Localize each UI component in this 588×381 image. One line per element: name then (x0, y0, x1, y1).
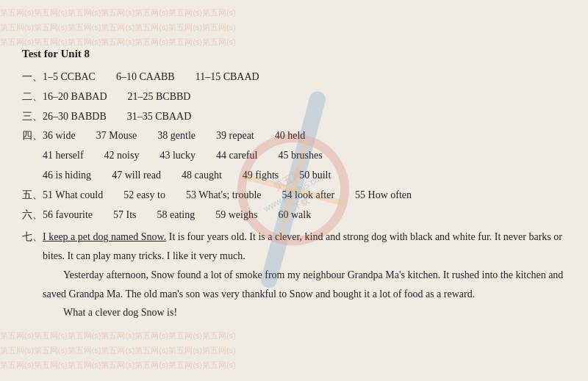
answer-group: 40 held (275, 126, 306, 145)
page-title: Test for Unit 8 (22, 44, 566, 65)
answer-group: 50 built (299, 166, 331, 185)
content-area: Test for Unit 8 一、 1–5 CCBAC 6–10 CAABB … (0, 0, 588, 338)
answer-group: 45 brushes (278, 146, 322, 165)
answer-group: 43 lucky (159, 146, 196, 165)
answer-group: 51 What could (43, 186, 103, 205)
label-qi: 七、 (22, 228, 43, 247)
section-liu: 六、 56 favourite 57 Its 58 eating 59 weig… (22, 206, 566, 225)
section-qi: 七、 I keep a pet dog named Snow. It is fo… (22, 228, 566, 322)
answer-group: 56 favourite (43, 206, 93, 225)
answers-san: 26–30 BABDB 31–35 CBAAD (43, 107, 566, 126)
label-si: 四、 (22, 126, 43, 145)
section-si: 四、 36 wide 37 Mouse 38 gentle 39 repeat … (22, 126, 566, 185)
answers-yi: 1–5 CCBAC 6–10 CAABB 11–15 CBAAD (43, 68, 566, 87)
answer-group: 39 repeat (216, 126, 254, 145)
answer-group: 21–25 BCBBD (128, 87, 191, 106)
label-wu: 五、 (22, 186, 43, 205)
section-san: 三、 26–30 BABDB 31–35 CBAAD (22, 107, 566, 126)
underline-text: I keep a pet dog named Snow. (43, 231, 166, 242)
answers-si-1: 36 wide 37 Mouse 38 gentle 39 repeat 40 … (43, 126, 566, 145)
label-liu: 六、 (22, 206, 43, 225)
answer-group: 1–5 CCBAC (43, 68, 96, 87)
section-wu: 五、 51 What could 52 easy to 53 What's; t… (22, 186, 566, 205)
answer-group: 36 wide (43, 126, 76, 145)
answer-group: 42 noisy (104, 146, 140, 165)
answer-group: 38 gentle (157, 126, 196, 145)
answer-group: 37 Mouse (96, 126, 137, 145)
essay-content: I keep a pet dog named Snow. It is four … (43, 228, 566, 322)
answer-group: 44 careful (216, 146, 257, 165)
answer-group: 26–30 BABDB (43, 107, 107, 126)
label-er: 二、 (22, 87, 43, 106)
essay-paragraph3: What a clever dog Snow is! (43, 303, 566, 322)
watermark-row: 第五网(s)第五网(s)第五网(s)第五网(s)第五网(s)第五网(s)第五网(… (0, 345, 236, 356)
answers-si-3: 46 is hiding 47 will read 48 caught 49 f… (43, 166, 566, 185)
section-si-row2: 41 herself 42 noisy 43 lucky 44 careful … (22, 146, 566, 165)
answer-group: 59 weighs (215, 206, 257, 225)
answer-group: 41 herself (43, 146, 84, 165)
essay-paragraph2: Yesterday afternoon, Snow found a lot of… (43, 266, 566, 304)
answer-group: 11–15 CBAAD (196, 68, 259, 87)
answer-group: 46 is hiding (43, 166, 91, 185)
essay-paragraph1: I keep a pet dog named Snow. It is four … (43, 231, 562, 261)
label-san: 三、 (22, 107, 43, 126)
section-si-row3: 46 is hiding 47 will read 48 caught 49 f… (22, 166, 566, 185)
answer-group: 48 caught (182, 166, 222, 185)
answers-wu: 51 What could 52 easy to 53 What's; trou… (43, 186, 566, 205)
answers-si-2: 41 herself 42 noisy 43 lucky 44 careful … (43, 146, 566, 165)
answer-group: 53 What's; trouble (186, 186, 262, 205)
answer-group: 31–35 CBAAD (127, 107, 192, 126)
answer-group: 52 easy to (123, 186, 165, 205)
answer-group: 57 Its (113, 206, 137, 225)
essay-section: 七、 I keep a pet dog named Snow. It is fo… (22, 228, 566, 322)
answers-liu: 56 favourite 57 Its 58 eating 59 weighs … (43, 206, 566, 225)
section-yi: 一、 1–5 CCBAC 6–10 CAABB 11–15 CBAAD (22, 68, 566, 87)
answer-group: 58 eating (157, 206, 196, 225)
label-yi: 一、 (22, 68, 43, 87)
answers-er: 16–20 BABAD 21–25 BCBBD (43, 87, 566, 106)
answer-group: 60 walk (278, 206, 311, 225)
watermark-row: 第五网(s)第五网(s)第五网(s)第五网(s)第五网(s)第五网(s)第五网(… (0, 360, 236, 371)
section-er: 二、 16–20 BABAD 21–25 BCBBD (22, 87, 566, 106)
answer-group: 54 look after (282, 186, 335, 205)
section-si-row1: 四、 36 wide 37 Mouse 38 gentle 39 repeat … (22, 126, 566, 145)
answer-group: 16–20 BABAD (43, 87, 107, 106)
answer-group: 49 fights (243, 166, 279, 185)
answer-group: 6–10 CAABB (116, 68, 175, 87)
answer-group: 47 will read (112, 166, 161, 185)
answer-group: 55 How often (355, 186, 412, 205)
